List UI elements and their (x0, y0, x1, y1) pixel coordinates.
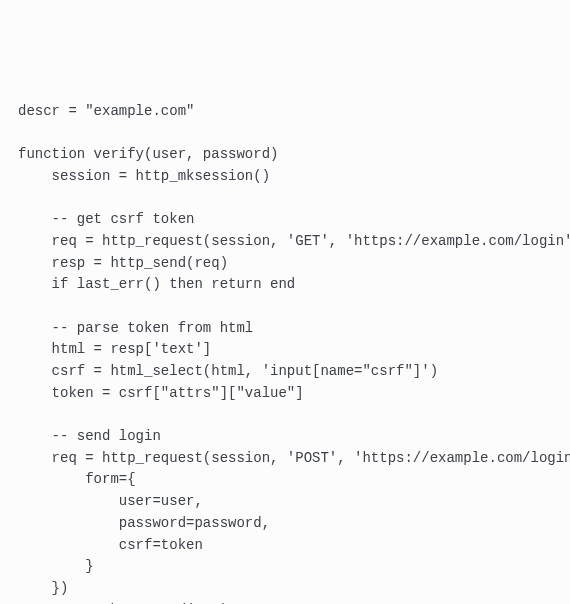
code-line: -- get csrf token (18, 211, 194, 227)
code-line: csrf = html_select(html, 'input[name="cs… (18, 363, 438, 379)
code-line: descr = "example.com" (18, 103, 194, 119)
code-line: -- send login (18, 428, 161, 444)
code-line: user=user, (18, 493, 203, 509)
code-line: token = csrf["attrs"]["value"] (18, 385, 304, 401)
code-line: } (18, 558, 94, 574)
code-line: function verify(user, password) (18, 146, 278, 162)
code-line: req = http_request(session, 'GET', 'http… (18, 233, 570, 249)
code-line: req = http_request(session, 'POST', 'htt… (18, 450, 570, 466)
code-line: -- parse token from html (18, 320, 253, 336)
code-line: csrf=token (18, 537, 203, 553)
code-line: if last_err() then return end (18, 276, 295, 292)
code-line: form={ (18, 471, 136, 487)
code-line: html = resp['text'] (18, 341, 211, 357)
code-line: password=password, (18, 515, 270, 531)
code-line: resp = http_send(req) (18, 255, 228, 271)
code-line: }) (18, 580, 68, 596)
code-block: descr = "example.com" function verify(us… (18, 101, 552, 604)
code-line: session = http_mksession() (18, 168, 270, 184)
